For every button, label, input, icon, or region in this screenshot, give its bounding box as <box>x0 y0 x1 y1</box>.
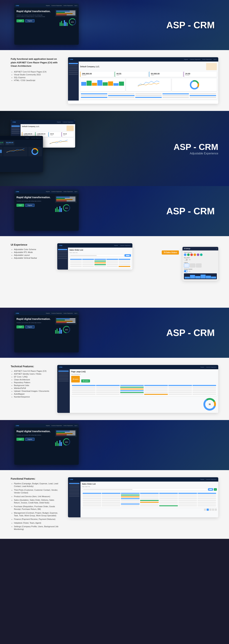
func-si[interactable] <box>69 492 80 492</box>
func-si[interactable] <box>69 483 80 484</box>
func-si[interactable] <box>69 494 80 495</box>
page-2[interactable] <box>209 508 212 511</box>
h2-nav-3[interactable]: Vendor Registration <box>64 191 73 192</box>
tech-si[interactable] <box>58 371 69 372</box>
navbar-toggle[interactable] <box>184 270 188 272</box>
swatch-teal[interactable] <box>200 254 202 256</box>
ls-label-4: Due <box>63 135 72 136</box>
func-n-1[interactable]: Register <box>200 479 204 480</box>
h3-nav-1[interactable]: Register <box>46 313 50 314</box>
layout-opt-3[interactable] <box>196 264 202 268</box>
func-n-2[interactable]: Customer Registration <box>206 479 216 480</box>
tech-si[interactable] <box>58 381 69 382</box>
func-si[interactable] <box>69 486 80 487</box>
tech-si[interactable] <box>58 374 69 374</box>
swatch-orange[interactable] <box>194 254 196 256</box>
h2-login-btn[interactable]: Log in <box>16 204 24 207</box>
ui-nav-1[interactable]: Register <box>114 245 118 246</box>
h4-login-btn[interactable]: Log in <box>16 438 24 441</box>
sidebar-item[interactable] <box>69 68 78 70</box>
tech-si[interactable] <box>58 378 69 379</box>
ui-si[interactable] <box>58 249 67 250</box>
sidebar-item[interactable] <box>69 65 78 66</box>
l-nav-1[interactable]: Register <box>57 122 61 122</box>
ui-si[interactable] <box>58 254 67 256</box>
func-si[interactable] <box>69 493 80 494</box>
h4-nav-1[interactable]: Register <box>46 425 50 426</box>
page-3[interactable] <box>212 508 214 511</box>
sidebar-item[interactable] <box>69 72 78 73</box>
settings-close[interactable]: ✕ <box>216 248 217 249</box>
d-nav-3[interactable]: Vendor Registration <box>202 59 212 60</box>
tech-n-1[interactable]: Register <box>200 366 204 368</box>
swatch-red[interactable] <box>190 254 193 256</box>
sidebar-item[interactable] <box>69 74 78 75</box>
h3-nav-4[interactable]: Log In <box>74 313 77 314</box>
nav-item-2[interactable]: Customer Registration <box>51 5 62 6</box>
nav-item-4[interactable]: Log In <box>74 5 77 6</box>
h4-nav-2[interactable]: Customer Registration <box>51 425 62 426</box>
dark-nav-1[interactable]: Register <box>26 138 29 138</box>
table-row <box>81 96 216 98</box>
ui-si[interactable] <box>58 256 67 257</box>
tech-si[interactable] <box>58 376 69 377</box>
ui-search-input[interactable] <box>70 254 124 257</box>
func-add-btn[interactable]: + <box>214 488 217 491</box>
tech-si[interactable] <box>58 372 69 373</box>
tech-n-2[interactable]: Customer Registration <box>206 366 216 368</box>
swatch-purple[interactable] <box>197 254 199 256</box>
layout-opt-1[interactable] <box>184 264 189 268</box>
dark-nav-2[interactable]: Customer Registration <box>31 138 42 138</box>
h2-nav-1[interactable]: Register <box>46 191 50 192</box>
sidebar-item[interactable] <box>69 63 78 64</box>
h4-nav-3[interactable]: Vendor Registration <box>64 425 73 426</box>
h4-register-btn[interactable]: Register <box>25 438 34 441</box>
register-button[interactable]: Register <box>25 19 34 22</box>
h3-nav-3[interactable]: Vendor Registration <box>64 313 73 314</box>
sidebar-item[interactable] <box>69 70 78 71</box>
l-nav-2[interactable]: Customer Registration <box>62 122 73 122</box>
func-si[interactable] <box>69 496 80 497</box>
func-si[interactable] <box>69 484 80 485</box>
h3-login-btn[interactable]: Log in <box>16 326 24 328</box>
func-si[interactable] <box>69 487 80 488</box>
page-1[interactable] <box>207 508 209 511</box>
rtl-toggle[interactable] <box>184 259 188 261</box>
login-button[interactable]: Log in <box>16 19 24 22</box>
sidebar-item[interactable] <box>69 66 78 68</box>
h2-register-btn[interactable]: Register <box>25 204 34 207</box>
layout-opt-2[interactable] <box>190 264 195 268</box>
h2-nav-4[interactable]: Log In <box>74 191 77 192</box>
func-filter-btn[interactable] <box>208 488 213 491</box>
h3-nav-2[interactable]: Customer Registration <box>51 313 62 314</box>
d-nav-1[interactable]: Register <box>184 59 188 60</box>
sidebar-i[interactable] <box>12 127 20 128</box>
h2-nav-2[interactable]: Customer Registration <box>51 191 62 192</box>
nav-item-1[interactable]: Register <box>46 5 50 6</box>
dark-donut-box <box>28 147 42 156</box>
sidebar-i[interactable] <box>12 133 20 134</box>
func-filter-input[interactable] <box>82 488 207 491</box>
ui-si[interactable] <box>58 252 67 254</box>
func-si[interactable] <box>69 490 80 491</box>
h4-nav-4[interactable]: Log In <box>74 425 77 426</box>
swatch-blue[interactable] <box>184 254 186 256</box>
nav-item-3[interactable]: Vendor Registration <box>64 5 73 6</box>
sidebar-i[interactable] <box>12 131 20 132</box>
sidebar-i[interactable] <box>12 126 20 127</box>
d-nav-4[interactable]: Log In <box>214 59 216 60</box>
ui-si[interactable] <box>58 258 67 259</box>
page-next[interactable] <box>215 508 217 511</box>
pb-3 <box>56 199 76 200</box>
page-prev[interactable] <box>204 508 206 511</box>
ui-search-btn[interactable] <box>124 254 131 257</box>
tech-si[interactable] <box>58 379 69 380</box>
ui-nav-2[interactable]: Customer Registration <box>120 245 130 246</box>
tech-si[interactable] <box>58 375 69 376</box>
h3-register-btn[interactable]: Register <box>25 326 34 328</box>
func-si[interactable] <box>69 489 80 490</box>
swatch-green[interactable] <box>187 254 190 256</box>
d-nav-2[interactable]: Customer Registration <box>190 59 200 60</box>
ui-si[interactable] <box>58 251 67 252</box>
sidebar-i[interactable] <box>12 129 20 130</box>
